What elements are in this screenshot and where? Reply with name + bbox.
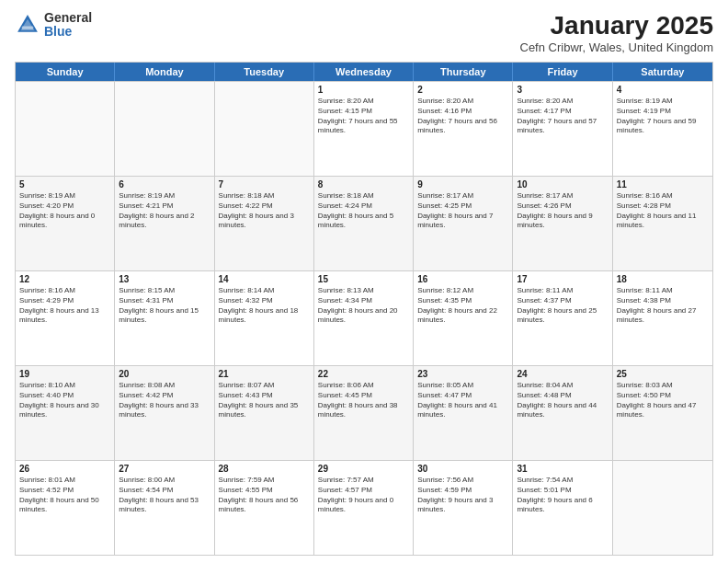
day-info-4: Sunrise: 8:19 AM Sunset: 4:19 PM Dayligh… <box>617 97 709 136</box>
day-info-26: Sunrise: 8:01 AM Sunset: 4:52 PM Dayligh… <box>19 476 110 515</box>
day-cell-11: 11Sunrise: 8:16 AM Sunset: 4:28 PM Dayli… <box>613 177 712 270</box>
calendar-header: SundayMondayTuesdayWednesdayThursdayFrid… <box>16 63 712 81</box>
day-info-16: Sunrise: 8:12 AM Sunset: 4:35 PM Dayligh… <box>417 286 508 326</box>
header-day-saturday: Saturday <box>613 63 712 81</box>
day-number-29: 29 <box>318 464 409 474</box>
day-number-23: 23 <box>417 369 508 379</box>
svg-rect-2 <box>22 27 33 29</box>
day-info-28: Sunrise: 7:59 AM Sunset: 4:55 PM Dayligh… <box>219 476 310 515</box>
empty-cell-w4c6 <box>613 461 712 555</box>
day-info-23: Sunrise: 8:05 AM Sunset: 4:47 PM Dayligh… <box>417 381 508 420</box>
day-cell-1: 1Sunrise: 8:20 AM Sunset: 4:15 PM Daylig… <box>314 82 414 176</box>
calendar-row-2: 5Sunrise: 8:19 AM Sunset: 4:20 PM Daylig… <box>16 176 712 270</box>
day-number-7: 7 <box>219 179 310 190</box>
day-number-30: 30 <box>417 464 508 474</box>
day-cell-7: 7Sunrise: 8:18 AM Sunset: 4:22 PM Daylig… <box>215 177 314 270</box>
day-info-1: Sunrise: 8:20 AM Sunset: 4:15 PM Dayligh… <box>318 97 409 136</box>
month-title: January 2025 <box>520 11 714 40</box>
day-number-10: 10 <box>517 179 608 190</box>
day-number-20: 20 <box>119 369 210 379</box>
title-block: January 2025 Cefn Cribwr, Wales, United … <box>520 11 714 54</box>
logo: General Blue <box>15 11 92 40</box>
day-number-28: 28 <box>219 464 310 474</box>
day-number-2: 2 <box>417 85 508 95</box>
day-number-25: 25 <box>617 369 709 379</box>
logo-text: General Blue <box>44 11 92 40</box>
day-cell-29: 29Sunrise: 7:57 AM Sunset: 4:57 PM Dayli… <box>314 461 414 555</box>
day-cell-6: 6Sunrise: 8:19 AM Sunset: 4:21 PM Daylig… <box>115 177 214 270</box>
day-info-5: Sunrise: 8:19 AM Sunset: 4:20 PM Dayligh… <box>19 191 110 231</box>
day-number-9: 9 <box>417 179 508 190</box>
logo-icon <box>15 12 40 38</box>
day-number-3: 3 <box>517 85 608 95</box>
calendar-row-3: 12Sunrise: 8:16 AM Sunset: 4:29 PM Dayli… <box>16 270 712 365</box>
day-cell-4: 4Sunrise: 8:19 AM Sunset: 4:19 PM Daylig… <box>613 82 712 176</box>
day-cell-24: 24Sunrise: 8:04 AM Sunset: 4:48 PM Dayli… <box>513 366 612 460</box>
day-info-2: Sunrise: 8:20 AM Sunset: 4:16 PM Dayligh… <box>417 97 508 136</box>
day-info-20: Sunrise: 8:08 AM Sunset: 4:42 PM Dayligh… <box>119 381 210 420</box>
day-number-21: 21 <box>219 369 310 379</box>
day-cell-30: 30Sunrise: 7:56 AM Sunset: 4:59 PM Dayli… <box>414 461 513 555</box>
day-info-21: Sunrise: 8:07 AM Sunset: 4:43 PM Dayligh… <box>219 381 310 420</box>
day-cell-19: 19Sunrise: 8:10 AM Sunset: 4:40 PM Dayli… <box>16 366 115 460</box>
day-number-12: 12 <box>19 274 110 284</box>
day-cell-18: 18Sunrise: 8:11 AM Sunset: 4:38 PM Dayli… <box>613 271 712 365</box>
day-number-5: 5 <box>19 179 110 190</box>
day-number-4: 4 <box>617 85 709 95</box>
day-cell-28: 28Sunrise: 7:59 AM Sunset: 4:55 PM Dayli… <box>215 461 314 555</box>
day-number-22: 22 <box>318 369 409 379</box>
day-number-24: 24 <box>517 369 608 379</box>
header-day-friday: Friday <box>513 63 612 81</box>
empty-cell-w0c0 <box>16 82 115 176</box>
day-info-24: Sunrise: 8:04 AM Sunset: 4:48 PM Dayligh… <box>517 381 608 420</box>
day-cell-9: 9Sunrise: 8:17 AM Sunset: 4:25 PM Daylig… <box>414 177 513 270</box>
day-cell-17: 17Sunrise: 8:11 AM Sunset: 4:37 PM Dayli… <box>513 271 612 365</box>
day-number-26: 26 <box>19 464 110 474</box>
day-cell-10: 10Sunrise: 8:17 AM Sunset: 4:26 PM Dayli… <box>513 177 612 270</box>
day-cell-26: 26Sunrise: 8:01 AM Sunset: 4:52 PM Dayli… <box>16 461 115 555</box>
calendar-row-1: 1Sunrise: 8:20 AM Sunset: 4:15 PM Daylig… <box>16 81 712 176</box>
header-day-tuesday: Tuesday <box>215 63 314 81</box>
day-number-14: 14 <box>219 274 310 284</box>
day-info-12: Sunrise: 8:16 AM Sunset: 4:29 PM Dayligh… <box>19 286 110 326</box>
header-day-monday: Monday <box>115 63 214 81</box>
day-number-1: 1 <box>318 85 409 95</box>
day-number-18: 18 <box>617 274 709 284</box>
header-day-thursday: Thursday <box>414 63 513 81</box>
day-info-22: Sunrise: 8:06 AM Sunset: 4:45 PM Dayligh… <box>318 381 409 420</box>
logo-blue: Blue <box>44 25 92 39</box>
day-info-3: Sunrise: 8:20 AM Sunset: 4:17 PM Dayligh… <box>517 97 608 136</box>
calendar-row-4: 19Sunrise: 8:10 AM Sunset: 4:40 PM Dayli… <box>16 365 712 460</box>
day-info-18: Sunrise: 8:11 AM Sunset: 4:38 PM Dayligh… <box>617 286 709 326</box>
day-info-30: Sunrise: 7:56 AM Sunset: 4:59 PM Dayligh… <box>417 476 508 515</box>
day-number-8: 8 <box>318 179 409 190</box>
day-info-29: Sunrise: 7:57 AM Sunset: 4:57 PM Dayligh… <box>318 476 409 515</box>
location: Cefn Cribwr, Wales, United Kingdom <box>520 40 714 54</box>
day-cell-12: 12Sunrise: 8:16 AM Sunset: 4:29 PM Dayli… <box>16 271 115 365</box>
day-number-19: 19 <box>19 369 110 379</box>
calendar-body: 1Sunrise: 8:20 AM Sunset: 4:15 PM Daylig… <box>16 81 712 555</box>
day-info-9: Sunrise: 8:17 AM Sunset: 4:25 PM Dayligh… <box>417 191 508 231</box>
day-cell-5: 5Sunrise: 8:19 AM Sunset: 4:20 PM Daylig… <box>16 177 115 270</box>
empty-cell-w0c1 <box>115 82 214 176</box>
day-number-13: 13 <box>119 274 210 284</box>
day-number-16: 16 <box>417 274 508 284</box>
day-cell-31: 31Sunrise: 7:54 AM Sunset: 5:01 PM Dayli… <box>513 461 612 555</box>
day-number-27: 27 <box>119 464 210 474</box>
day-info-27: Sunrise: 8:00 AM Sunset: 4:54 PM Dayligh… <box>119 476 210 515</box>
header: General Blue January 2025 Cefn Cribwr, W… <box>15 11 713 54</box>
day-cell-22: 22Sunrise: 8:06 AM Sunset: 4:45 PM Dayli… <box>314 366 414 460</box>
day-number-31: 31 <box>517 464 608 474</box>
empty-cell-w0c2 <box>215 82 314 176</box>
day-info-25: Sunrise: 8:03 AM Sunset: 4:50 PM Dayligh… <box>617 381 709 420</box>
day-cell-27: 27Sunrise: 8:00 AM Sunset: 4:54 PM Dayli… <box>115 461 214 555</box>
day-cell-2: 2Sunrise: 8:20 AM Sunset: 4:16 PM Daylig… <box>414 82 513 176</box>
logo-general: General <box>44 11 92 25</box>
page: General Blue January 2025 Cefn Cribwr, W… <box>0 0 728 563</box>
day-info-19: Sunrise: 8:10 AM Sunset: 4:40 PM Dayligh… <box>19 381 110 420</box>
day-cell-13: 13Sunrise: 8:15 AM Sunset: 4:31 PM Dayli… <box>115 271 214 365</box>
day-info-10: Sunrise: 8:17 AM Sunset: 4:26 PM Dayligh… <box>517 191 608 231</box>
day-number-15: 15 <box>318 274 409 284</box>
day-cell-23: 23Sunrise: 8:05 AM Sunset: 4:47 PM Dayli… <box>414 366 513 460</box>
calendar: SundayMondayTuesdayWednesdayThursdayFrid… <box>15 62 713 556</box>
